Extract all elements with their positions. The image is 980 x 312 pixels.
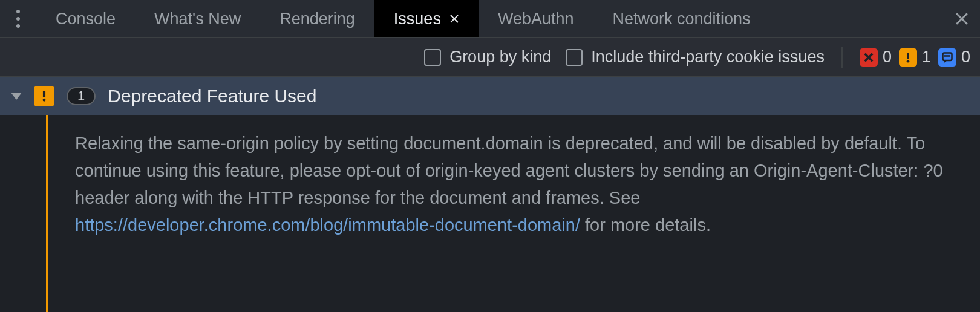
kebab-menu-button[interactable] [0,0,36,37]
tab-webauthn[interactable]: WebAuthn [479,0,593,37]
issue-title: Deprecated Feature Used [108,86,316,106]
close-panel-button[interactable] [944,0,980,37]
tab-issues[interactable]: Issues [374,0,479,37]
spacer [770,0,944,37]
info-icon [938,48,956,67]
checkbox-icon [566,49,583,66]
tab-console[interactable]: Console [36,0,135,37]
tab-network-conditions[interactable]: Network conditions [593,0,769,37]
issue-link[interactable]: https://developer.chrome.com/blog/immuta… [75,215,580,235]
close-tab-button[interactable] [449,11,459,26]
warning-icon [899,48,917,67]
error-count: 0 [883,48,892,67]
chevron-down-icon [11,93,22,100]
svg-rect-3 [944,55,950,57]
issue-body: Relaxing the same-origin policy by setti… [0,115,980,312]
divider [36,6,36,31]
tab-label: Issues [394,10,441,28]
tab-label: Network conditions [612,10,750,28]
issue-count-pill: 1 [67,87,96,105]
issue-counters: 0 1 0 [860,48,970,67]
checkbox-icon [424,49,441,66]
svg-rect-4 [43,91,45,97]
svg-rect-0 [907,53,909,59]
issue-description-text: for more details. [580,215,711,235]
group-by-kind-checkbox[interactable]: Group by kind [424,48,551,67]
tab-label: Rendering [279,10,355,28]
warning-count: 1 [922,48,931,67]
info-count: 0 [961,48,970,67]
issue-description: Relaxing the same-origin policy by setti… [51,115,980,312]
error-icon [860,48,878,67]
checkbox-label: Group by kind [449,48,551,67]
severity-stripe [46,115,48,312]
tab-strip: Console What's New Rendering Issues WebA… [0,0,980,38]
tab-list: Console What's New Rendering Issues WebA… [36,0,770,37]
issue-row-header[interactable]: 1 Deprecated Feature Used [0,77,980,115]
third-party-cookies-checkbox[interactable]: Include third-party cookie issues [566,48,825,67]
close-icon [955,12,969,25]
warning-counter[interactable]: 1 [899,48,931,67]
close-icon [449,14,459,24]
tab-rendering[interactable]: Rendering [260,0,374,37]
svg-point-1 [907,60,910,63]
info-counter[interactable]: 0 [938,48,970,67]
kebab-icon [16,10,20,28]
svg-point-5 [43,99,46,102]
issues-toolbar: Group by kind Include third-party cookie… [0,38,980,77]
divider [841,47,843,68]
tab-whats-new[interactable]: What's New [135,0,260,37]
issue-gutter [0,115,51,312]
tab-label: WebAuthn [498,10,574,28]
tab-label: What's New [154,10,241,28]
error-counter[interactable]: 0 [860,48,892,67]
checkbox-label: Include third-party cookie issues [591,48,825,67]
warning-icon [34,86,54,106]
tab-label: Console [56,10,116,28]
issue-description-text: Relaxing the same-origin policy by setti… [75,134,943,207]
